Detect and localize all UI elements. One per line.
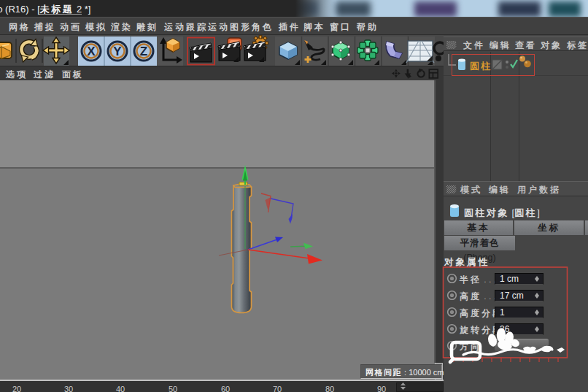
svg-text:Z: Z (140, 45, 147, 58)
svg-text:X: X (87, 45, 96, 58)
svg-text:Y: Y (113, 45, 122, 58)
